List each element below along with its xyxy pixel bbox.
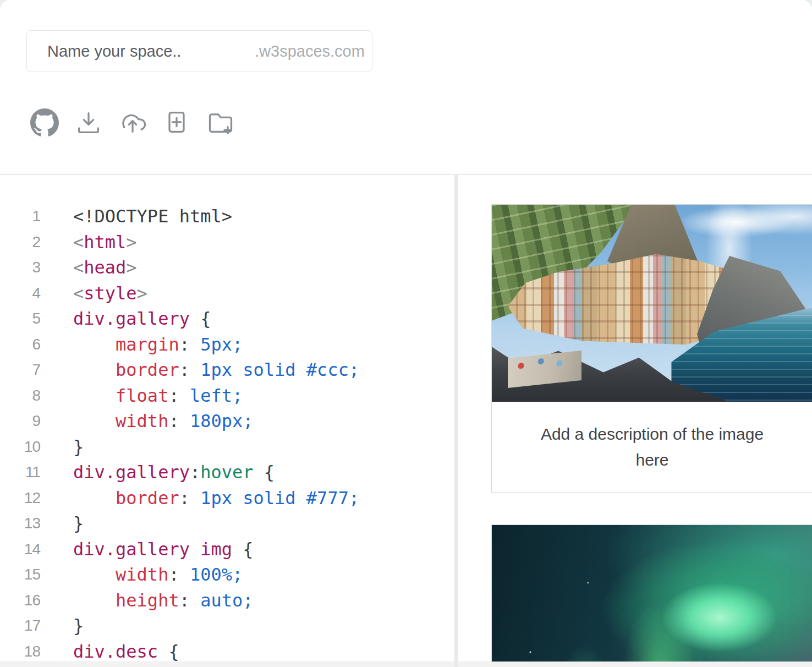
code-text: width: 100%;	[41, 562, 243, 588]
space-name-input[interactable]	[27, 31, 255, 72]
line-number: 12	[0, 485, 41, 511]
line-number: 17	[0, 613, 41, 639]
gallery-card-1: Add a description of the image here	[491, 204, 812, 493]
code-line[interactable]: 10}	[0, 434, 454, 460]
code-line[interactable]: 8 float: left;	[0, 383, 454, 409]
line-number: 4	[0, 281, 41, 307]
download-icon	[74, 108, 103, 139]
image-description: Add a description of the image here	[492, 402, 812, 492]
code-line[interactable]: 15 width: 100%;	[0, 562, 454, 588]
add-file-button[interactable]	[162, 109, 191, 139]
coastal-village-photo	[492, 205, 812, 402]
code-line[interactable]: 1<!DOCTYPE html>	[0, 204, 454, 229]
code-text: width: 180px;	[41, 408, 254, 434]
code-text: div.gallery {	[41, 306, 211, 332]
line-number: 11	[0, 460, 41, 485]
code-text: float: left;	[41, 383, 243, 409]
line-number: 9	[0, 408, 41, 434]
code-text: margin: 5px;	[41, 332, 243, 358]
github-button[interactable]	[30, 109, 59, 139]
toolbar	[30, 109, 235, 139]
code-lines[interactable]: 1<!DOCTYPE html>2<html>3<head>4<style>5d…	[0, 175, 454, 664]
code-line[interactable]: 4<style>	[0, 281, 454, 307]
code-editor-pane[interactable]: 1<!DOCTYPE html>2<html>3<head>4<style>5d…	[0, 175, 458, 667]
code-line[interactable]: 12 border: 1px solid #777;	[0, 485, 454, 511]
code-line[interactable]: 18div.desc {	[0, 639, 454, 665]
code-text: div.desc {	[41, 639, 179, 665]
code-line[interactable]: 17}	[0, 613, 454, 639]
code-text: <style>	[41, 281, 147, 307]
preview-pane: Add a description of the image here	[458, 175, 812, 667]
domain-suffix-label: .w3spaces.com	[255, 42, 386, 61]
aurora-borealis-photo	[492, 525, 812, 667]
code-line[interactable]: 2<html>	[0, 229, 454, 255]
download-button[interactable]	[74, 109, 103, 139]
line-number: 2	[0, 229, 41, 255]
code-text: <html>	[41, 229, 137, 255]
line-number: 3	[0, 255, 41, 281]
line-number: 13	[0, 511, 41, 537]
github-icon	[30, 108, 59, 139]
main-content: 1<!DOCTYPE html>2<html>3<head>4<style>5d…	[0, 175, 812, 667]
gallery-card-2	[491, 524, 812, 667]
code-line[interactable]: 5div.gallery {	[0, 306, 454, 332]
add-file-icon	[162, 108, 191, 139]
line-number: 5	[0, 306, 41, 332]
code-text: border: 1px solid #ccc;	[41, 357, 359, 383]
code-text: <head>	[41, 255, 137, 281]
code-line[interactable]: 6 margin: 5px;	[0, 332, 454, 358]
code-text: div.gallery img {	[41, 537, 254, 562]
code-text: }	[41, 511, 84, 537]
line-number: 10	[0, 434, 41, 460]
code-text: height: auto;	[41, 588, 254, 614]
code-line[interactable]: 9 width: 180px;	[0, 408, 454, 434]
space-name-field[interactable]: .w3spaces.com	[26, 30, 372, 72]
cloud-upload-icon	[118, 108, 147, 139]
line-number: 1	[0, 204, 41, 229]
w3spaces-editor-window: .w3spaces.com	[0, 0, 812, 667]
preview-horizontal-scrollbar[interactable]	[458, 661, 812, 667]
code-text: }	[41, 434, 84, 460]
code-line[interactable]: 7 border: 1px solid #ccc;	[0, 357, 454, 383]
line-number: 8	[0, 383, 41, 409]
line-number: 7	[0, 357, 41, 383]
line-number: 18	[0, 639, 41, 665]
code-line[interactable]: 11div.gallery:hover {	[0, 460, 454, 485]
editor-horizontal-scrollbar[interactable]	[0, 661, 454, 667]
cloud-upload-button[interactable]	[118, 109, 147, 139]
code-line[interactable]: 13}	[0, 511, 454, 537]
line-number: 6	[0, 332, 41, 358]
code-text: div.gallery:hover {	[41, 460, 275, 485]
header: .w3spaces.com	[0, 0, 812, 175]
code-line[interactable]: 3<head>	[0, 255, 454, 281]
code-text: <!DOCTYPE html>	[41, 204, 232, 229]
add-folder-icon	[206, 108, 235, 139]
line-number: 16	[0, 588, 41, 614]
line-number: 14	[0, 537, 41, 562]
add-folder-button[interactable]	[206, 109, 235, 139]
line-number: 15	[0, 562, 41, 588]
code-line[interactable]: 14div.gallery img {	[0, 537, 454, 562]
code-text: }	[41, 613, 84, 639]
code-text: border: 1px solid #777;	[41, 485, 359, 511]
code-line[interactable]: 16 height: auto;	[0, 588, 454, 614]
